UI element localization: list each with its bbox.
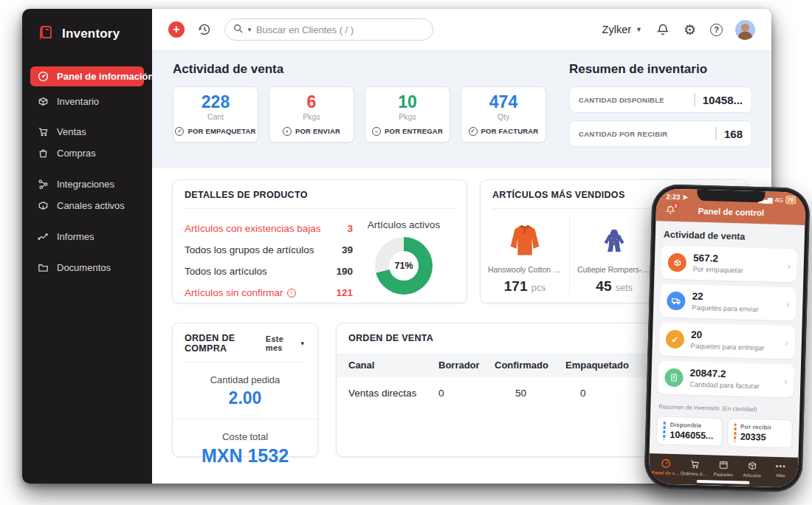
phone-card-to-pack[interactable]: 567.2Por empaquetar › xyxy=(661,245,797,282)
phone-time: 2:23 xyxy=(666,193,680,202)
chevron-down-icon: ▼ xyxy=(636,26,642,33)
search-placeholder: Buscar en Clientes ( / ) xyxy=(256,24,354,35)
info-icon xyxy=(287,289,296,298)
inventory-summary-title: Resumen de inventario xyxy=(569,62,752,77)
quantity-ordered-block: Cantidad pedida 2.00 xyxy=(173,363,317,419)
unconfirmed-items-row[interactable]: Artículos sin confirmar 121 xyxy=(185,282,353,303)
phone-notch xyxy=(697,190,765,203)
hero-strip: Actividad de venta 228 Cant ✓POR EMPAQUE… xyxy=(152,51,771,168)
settings-gear-icon[interactable]: ⚙ xyxy=(684,21,696,38)
app-title: Inventory xyxy=(62,27,120,41)
check-circle-icon: ✓ xyxy=(469,127,478,136)
dot-circle-icon: • xyxy=(283,127,292,136)
phone-nav-packages[interactable]: Paquetes xyxy=(709,459,737,477)
top-selling-item[interactable]: Hanswooly Cotton Cas... 171 pcs xyxy=(481,216,570,295)
activity-card-to-invoice[interactable]: 474 Qty ✓POR FACTURAR xyxy=(461,86,546,142)
phone-available-box[interactable]: Disponible1046055... xyxy=(656,416,723,446)
sidebar-item-documentos[interactable]: Documentos xyxy=(22,257,152,278)
sales-activity-title: Actividad de venta xyxy=(173,62,546,77)
search-icon xyxy=(233,24,243,35)
org-selector[interactable]: Zylker ▼ xyxy=(602,24,642,35)
phone-bottom-nav: Panel de control Órdenes de venta Paquet… xyxy=(648,453,798,488)
purchase-order-title: ORDEN DE COMPRA xyxy=(185,333,266,354)
cardigan-product-image xyxy=(488,219,562,262)
more-dots-icon: ••• xyxy=(775,461,786,471)
location-arrow-icon: ➤ xyxy=(682,193,688,201)
phone-inventory-title: Resumen de inventario xyxy=(658,403,720,411)
phone-body: Actividad de venta 567.2Por empaquetar ›… xyxy=(650,221,805,458)
phone-nav-dashboard[interactable]: Panel de control xyxy=(652,458,681,475)
truck-icon xyxy=(667,292,686,311)
product-details-title: DETALLES DE PRODUCTO xyxy=(173,180,467,208)
sidebar-item-integraciones[interactable]: Integraciones xyxy=(22,174,152,195)
recent-history-icon[interactable] xyxy=(197,22,212,37)
chevron-right-icon: › xyxy=(788,261,791,271)
qty-to-receive-row[interactable]: CANTIDAD POR RECIBIR 168 xyxy=(569,120,752,147)
check-icon: ✓ xyxy=(666,330,685,349)
app-logo: Inventory xyxy=(22,9,152,56)
chevron-right-icon: › xyxy=(785,337,788,348)
help-icon[interactable]: ? xyxy=(710,24,723,36)
network-label: 4G xyxy=(774,196,783,203)
item-groups-row[interactable]: Todos los grupos de artículos 39 xyxy=(185,239,353,261)
phone-nav-more[interactable]: ••• Más xyxy=(766,461,795,479)
mobile-app-mockup: 2:23 ➤ ▂▄▆4G70 3 Panel de control Activi… xyxy=(644,184,810,492)
active-items-donut-chart: 71% xyxy=(375,237,433,295)
qty-in-hand-row[interactable]: CANTIDAD DISPONIBLE 10458... xyxy=(569,86,752,113)
phone-bell-icon[interactable]: 3 xyxy=(666,205,675,215)
minus-circle-icon: – xyxy=(372,127,381,136)
sidebar: Inventory Panel de información Inventari… xyxy=(22,9,152,484)
quick-create-button[interactable]: + xyxy=(168,21,185,38)
top-selling-item[interactable]: Cutiepie Rompers-spo... 45 sets xyxy=(570,216,659,295)
phone-card-to-ship[interactable]: 22Paquetes para enviar › xyxy=(660,284,796,320)
period-dropdown[interactable]: Este mes ▼ xyxy=(266,334,306,352)
phone-nav-sales-orders[interactable]: Órdenes de venta xyxy=(681,458,709,476)
activity-card-to-deliver[interactable]: 10 Pkgs –POR ENTREGAR xyxy=(365,86,450,142)
low-stock-row[interactable]: Artículos con existencias bajas 3 xyxy=(185,218,353,239)
phone-card-to-deliver[interactable]: ✓ 20Paquetes para entregar › xyxy=(658,322,795,359)
active-items-label: Artículos activos xyxy=(353,219,455,230)
search-scope-caret-icon[interactable]: ▼ xyxy=(247,27,252,33)
user-avatar[interactable] xyxy=(735,20,755,40)
home-indicator xyxy=(697,480,750,484)
activity-card-to-pack[interactable]: 228 Cant ✓POR EMPAQUETAR xyxy=(173,86,258,142)
phone-activity-title: Actividad de venta xyxy=(664,230,796,244)
activity-card-to-ship[interactable]: 6 Pkgs •POR ENVIAR xyxy=(269,86,354,142)
sidebar-item-compras[interactable]: Compras xyxy=(22,142,152,164)
sidebar-item-inventario[interactable]: Inventario xyxy=(22,91,152,112)
sidebar-item-canales-activos[interactable]: Canales activos xyxy=(22,195,152,216)
check-circle-icon: ✓ xyxy=(175,127,184,136)
purchase-order-card: ORDEN DE COMPRA Este mes ▼ Cantidad pedi… xyxy=(172,323,318,457)
romper-product-image xyxy=(577,219,651,262)
package-icon xyxy=(667,253,687,272)
sidebar-item-informes[interactable]: Informes xyxy=(22,226,152,247)
global-search-input[interactable]: ▼ Buscar en Clientes ( / ) xyxy=(224,18,433,41)
chevron-down-icon: ▼ xyxy=(300,340,306,347)
inventory-book-icon xyxy=(37,24,55,44)
notifications-bell-icon[interactable] xyxy=(656,23,670,36)
phone-to-receive-box[interactable]: Por recibir20335 xyxy=(726,418,793,448)
sidebar-item-ventas[interactable]: Ventas xyxy=(22,121,152,142)
battery-icon: 70 xyxy=(785,196,796,204)
phone-page-title: Panel de control xyxy=(675,205,787,217)
phone-card-to-invoice[interactable]: 20847.2Cantidad para facturar › xyxy=(658,360,794,397)
phone-nav-items[interactable]: Artículos xyxy=(737,460,766,478)
chevron-right-icon: › xyxy=(784,376,787,386)
total-cost-block: Coste total MXN 1532 xyxy=(173,419,317,477)
all-items-row[interactable]: Todos los artículos 190 xyxy=(185,261,353,282)
product-details-card: DETALLES DE PRODUCTO Artículos con exist… xyxy=(172,179,467,303)
topbar: + ▼ Buscar en Clientes ( / ) Zylker ▼ ⚙ … xyxy=(152,9,771,51)
sidebar-item-dashboard[interactable]: Panel de información xyxy=(30,66,144,86)
invoice-icon xyxy=(664,368,684,388)
chevron-right-icon: › xyxy=(786,299,789,309)
